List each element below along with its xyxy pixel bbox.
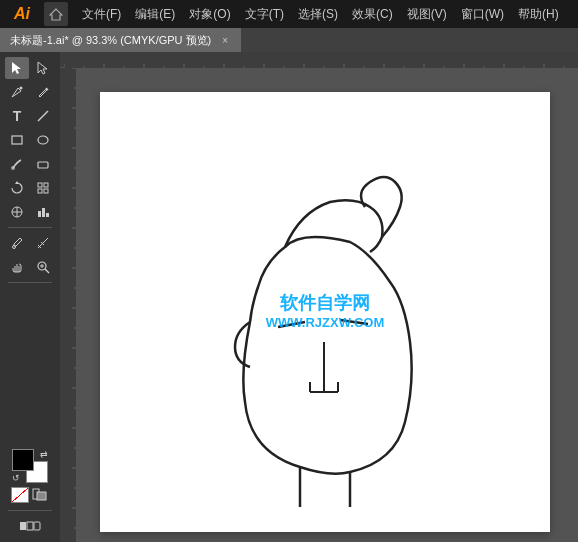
select-tool[interactable] — [5, 57, 29, 79]
active-tab[interactable]: 未标题-1.ai* @ 93.3% (CMYK/GPU 预览) × — [0, 28, 241, 52]
tab-label: 未标题-1.ai* @ 93.3% (CMYK/GPU 预览) — [10, 33, 211, 48]
ruler-left — [60, 68, 76, 542]
color-boxes: ⇄ ↺ — [12, 449, 48, 483]
toolbar: T — [0, 52, 60, 542]
tab-close-button[interactable]: × — [219, 34, 231, 46]
menu-view[interactable]: 视图(V) — [401, 4, 453, 25]
svg-point-6 — [38, 136, 48, 144]
rotate-tool[interactable] — [5, 177, 29, 199]
svg-marker-9 — [15, 181, 19, 184]
svg-rect-12 — [38, 189, 42, 193]
svg-line-4 — [38, 111, 48, 121]
color-mode-button[interactable] — [31, 487, 49, 503]
symbol-tool[interactable] — [5, 201, 29, 223]
type-tool[interactable]: T — [5, 105, 29, 127]
tool-row-select — [0, 56, 60, 80]
toolbar-separator-2 — [8, 282, 52, 283]
svg-point-20 — [13, 246, 16, 249]
pen-tool[interactable] — [5, 81, 29, 103]
tool-row-screen — [0, 514, 60, 538]
home-icon-btn[interactable] — [44, 2, 68, 26]
svg-rect-18 — [42, 208, 45, 217]
swap-colors-icon[interactable]: ⇄ — [40, 449, 48, 459]
svg-line-89 — [340, 320, 368, 324]
direct-select-tool[interactable] — [31, 57, 55, 79]
tab-bar: 未标题-1.ai* @ 93.3% (CMYK/GPU 预览) × — [0, 28, 578, 52]
measure-tool[interactable] — [31, 232, 55, 254]
menu-bar: 文件(F) 编辑(E) 对象(O) 文字(T) 选择(S) 效果(C) 视图(V… — [76, 4, 570, 25]
svg-marker-1 — [12, 62, 21, 74]
menu-edit[interactable]: 编辑(E) — [129, 4, 181, 25]
menu-object[interactable]: 对象(O) — [183, 4, 236, 25]
artboard-container: 软件自学网 WWW.RJZXW.COM — [80, 72, 578, 542]
grid-tool[interactable] — [31, 177, 55, 199]
color-section: ⇄ ↺ — [7, 445, 53, 507]
svg-rect-13 — [44, 189, 48, 193]
none-color-indicator[interactable] — [11, 487, 29, 503]
eyedropper-tool[interactable] — [5, 232, 29, 254]
color-extra-buttons — [11, 487, 49, 503]
svg-rect-19 — [46, 213, 49, 217]
svg-line-88 — [278, 322, 305, 327]
menu-effect[interactable]: 效果(C) — [346, 4, 399, 25]
home-icon — [49, 7, 63, 21]
svg-marker-0 — [50, 9, 62, 20]
toolbar-separator-3 — [8, 510, 52, 511]
main-area: T — [0, 52, 578, 542]
drawing-canvas — [100, 92, 550, 532]
zoom-tool[interactable] — [31, 256, 55, 278]
rect-tool[interactable] — [5, 129, 29, 151]
svg-rect-5 — [12, 136, 22, 144]
ruler-left-ticks — [60, 68, 76, 542]
ellipse-tool[interactable] — [31, 129, 55, 151]
canvas-area[interactable]: 软件自学网 WWW.RJZXW.COM — [60, 52, 578, 542]
tool-row-misc — [0, 200, 60, 224]
svg-point-7 — [11, 166, 15, 170]
svg-line-25 — [45, 269, 49, 273]
tool-row-hand — [0, 255, 60, 279]
title-bar: Ai 文件(F) 编辑(E) 对象(O) 文字(T) 选择(S) 效果(C) 视… — [0, 0, 578, 28]
svg-rect-10 — [38, 183, 42, 187]
svg-rect-11 — [44, 183, 48, 187]
svg-rect-8 — [38, 162, 48, 168]
tool-row-paint — [0, 152, 60, 176]
tool-row-rotate — [0, 176, 60, 200]
svg-rect-33 — [64, 52, 578, 68]
ai-logo: Ai — [8, 2, 36, 26]
reset-colors-icon[interactable]: ↺ — [12, 473, 22, 483]
menu-select[interactable]: 选择(S) — [292, 4, 344, 25]
menu-window[interactable]: 窗口(W) — [455, 4, 510, 25]
hand-tool[interactable] — [5, 256, 29, 278]
svg-marker-2 — [38, 62, 47, 74]
toolbar-separator-1 — [8, 227, 52, 228]
menu-help[interactable]: 帮助(H) — [512, 4, 565, 25]
svg-rect-30 — [20, 522, 26, 530]
svg-rect-32 — [34, 522, 40, 530]
pencil-tool[interactable] — [31, 81, 55, 103]
paintbrush-tool[interactable] — [5, 153, 29, 175]
svg-rect-17 — [38, 211, 41, 217]
svg-point-3 — [20, 87, 23, 90]
tool-row-pen — [0, 80, 60, 104]
artboard[interactable]: 软件自学网 WWW.RJZXW.COM — [100, 92, 550, 532]
ruler-top — [60, 52, 578, 68]
screen-mode-button[interactable] — [18, 515, 42, 537]
tool-row-type: T — [0, 104, 60, 128]
svg-rect-29 — [37, 492, 46, 500]
svg-rect-60 — [60, 68, 76, 542]
ruler-top-ticks — [64, 52, 578, 68]
tool-row-rect — [0, 128, 60, 152]
menu-text[interactable]: 文字(T) — [239, 4, 290, 25]
menu-file[interactable]: 文件(F) — [76, 4, 127, 25]
eraser-tool[interactable] — [31, 153, 55, 175]
foreground-color-swatch[interactable] — [12, 449, 34, 471]
line-tool[interactable] — [31, 105, 55, 127]
svg-rect-31 — [27, 522, 33, 530]
tool-row-view — [0, 231, 60, 255]
chart-tool[interactable] — [31, 201, 55, 223]
